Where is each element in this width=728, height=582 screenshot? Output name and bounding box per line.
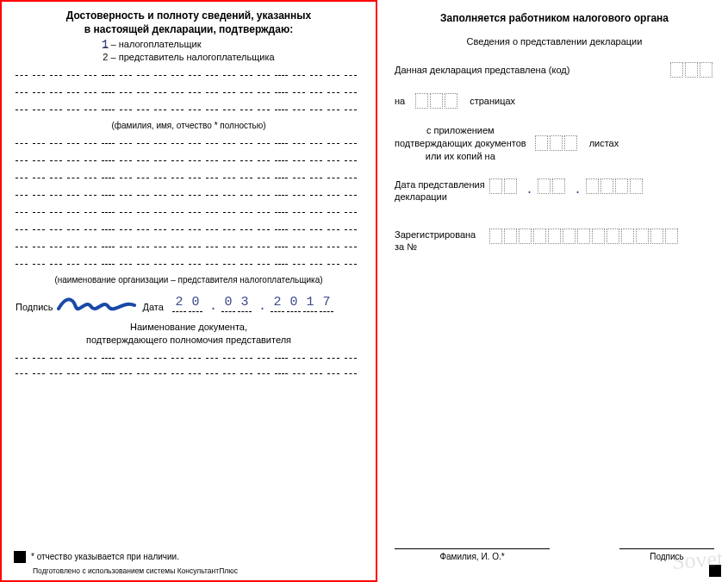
presentation-date-input[interactable]: . .: [489, 178, 644, 196]
fio-line[interactable]: [395, 548, 550, 549]
doc-name-heading: Наименование документа, подтверждающего …: [14, 321, 364, 347]
right-subtitle: Сведения о представлении декларации: [395, 36, 714, 47]
doc-line[interactable]: [16, 352, 362, 359]
footnote: * отчество указывается при наличии.: [31, 552, 179, 561]
registered-label: Зарегистрирована за №: [395, 228, 489, 253]
sheets-input[interactable]: [535, 135, 579, 151]
date-input[interactable]: 2 0 . 0 3 . 2 0 1 7: [172, 295, 333, 312]
tax-worker-panel: Заполняется работником налогового органа…: [377, 0, 728, 582]
pages-label: страницах: [470, 96, 515, 106]
doc-line[interactable]: [16, 367, 362, 374]
legend-options: 1 – налогоплательщик 2 – представитель н…: [103, 38, 274, 64]
confirmation-panel: Достоверность и полноту сведений, указан…: [0, 0, 377, 582]
declaration-presented-label: Данная декларация представлена (код): [395, 65, 569, 75]
signature-icon: [57, 293, 136, 314]
na-label: на: [395, 96, 405, 106]
taxpayer-type-input[interactable]: 1: [98, 38, 112, 53]
left-title: Достоверность и полноту сведений, указан…: [14, 9, 364, 36]
pages-input[interactable]: [415, 93, 459, 109]
date-label: Дата: [143, 302, 164, 312]
code-input[interactable]: [670, 62, 714, 78]
credit-line: Подготовлено с использованием системы Ко…: [33, 566, 238, 575]
org-line[interactable]: [16, 206, 362, 213]
org-line[interactable]: [16, 154, 362, 161]
name-line[interactable]: [16, 69, 362, 76]
attachments-label: с приложением подтверждающих документов …: [395, 124, 526, 163]
sheets-label: листах: [589, 138, 619, 148]
org-line[interactable]: [16, 223, 362, 230]
org-line[interactable]: [16, 137, 362, 144]
marker-square-icon: [14, 551, 26, 563]
org-note: (наименование организации – представител…: [14, 275, 364, 285]
right-signature-line[interactable]: [619, 548, 714, 549]
name-line[interactable]: [16, 86, 362, 93]
fio-label: Фамилия, И. О.*: [439, 552, 504, 561]
org-line[interactable]: [16, 189, 362, 196]
name-line[interactable]: [16, 103, 362, 110]
right-title: Заполняется работником налогового органа: [395, 12, 714, 24]
org-line[interactable]: [16, 258, 362, 265]
signature-label: Подпись: [16, 302, 53, 312]
fio-note: (фамилия, имя, отчество * полностью): [14, 121, 364, 130]
right-signature-label: Подпись: [650, 552, 684, 561]
org-line[interactable]: [16, 241, 362, 247]
presentation-date-label: Дата представления декларации: [395, 178, 489, 203]
reg-number-input[interactable]: [489, 228, 680, 244]
marker-square-icon: [709, 565, 721, 577]
org-line[interactable]: [16, 172, 362, 178]
